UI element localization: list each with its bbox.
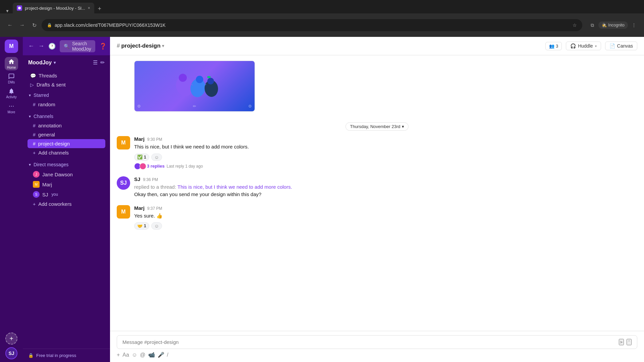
thread-reply-count: 3 replies [147, 164, 165, 169]
workspace-name-btn[interactable]: MoodJoy ▾ [28, 60, 56, 66]
sidebar-item-project-design[interactable]: # project-design [28, 139, 105, 148]
svg-point-2 [179, 74, 187, 82]
random-label: random [38, 102, 55, 107]
star-icon[interactable]: ☆ [573, 22, 577, 28]
menu-btn[interactable]: ⋮ [629, 20, 639, 30]
expand-btn[interactable]: ⌃ [627, 339, 632, 345]
home-icon [8, 58, 15, 65]
format-text-btn[interactable]: Aa [122, 352, 129, 358]
header-forward-btn[interactable]: → [38, 43, 44, 50]
mention-btn[interactable]: @ [140, 352, 145, 358]
workspace-avatar[interactable]: M [5, 40, 18, 53]
user-avatar[interactable]: SJ [5, 347, 17, 359]
add-reaction-btn-2[interactable]: ☺ [151, 222, 162, 230]
sidebar-item-more[interactable]: ··· More [5, 101, 18, 115]
refresh-btn[interactable]: ↻ [30, 20, 39, 30]
image-overlay-center: ✏ [193, 104, 196, 109]
forward-btn[interactable]: → [17, 20, 27, 30]
compose-icon[interactable]: ✏ [100, 59, 105, 66]
add-coworkers-btn[interactable]: + Add coworkers [28, 199, 105, 208]
incognito-label: Incognito [608, 23, 625, 27]
incognito-icon: 🕵️ [602, 23, 607, 27]
browser-tabs: ▼ project-design - MoodJoy - Sl... × + [0, 0, 644, 13]
sidebar-item-home[interactable]: Home [5, 57, 18, 70]
header-history-btn[interactable]: 🕐 [48, 43, 56, 50]
add-reaction-btn[interactable]: ☺ [151, 154, 162, 161]
free-trial-btn[interactable]: 🔒 Free trial in progress [28, 353, 105, 358]
video-btn[interactable]: 📹 [148, 352, 155, 358]
huddle-btn[interactable]: 🎧 Huddle ▾ [566, 42, 601, 50]
date-divider: Thursday, November 23rd ▾ [117, 122, 637, 131]
date-badge[interactable]: Thursday, November 23rd ▾ [345, 122, 408, 131]
filter-icon[interactable]: ☰ [93, 59, 98, 66]
header-back-btn[interactable]: ← [28, 43, 34, 50]
thread-replies-1[interactable]: 3 replies Last reply 1 day ago [134, 163, 637, 170]
replied-thread-link[interactable]: This is nice, but I think we need to add… [177, 184, 292, 190]
sidebar-item-threads[interactable]: 💬 Threads [25, 71, 108, 80]
sidebar-header-icons: ☰ ✏ [93, 59, 105, 66]
date-chevron-icon: ▾ [402, 124, 404, 129]
search-icon: 🔍 [64, 44, 69, 49]
new-tab-btn[interactable]: + [95, 4, 104, 13]
canvas-btn[interactable]: 📄 Canvas [605, 42, 637, 50]
dm-section: ▼ Direct messages J Jane Dawson M Marj S… [23, 159, 110, 210]
sidebar-item-activity[interactable]: Activity [5, 86, 18, 100]
jane-label: Jane Dawson [42, 172, 73, 177]
dm-item-marj[interactable]: M Marj [28, 179, 105, 189]
marj-message-avatar-2: M [117, 205, 130, 219]
project-design-hash-icon: # [33, 141, 36, 146]
message-1-content: Marj 9:30 PM This is nice, but I think w… [134, 136, 637, 170]
icon-bar: M Home DMs Activity ··· More + SJ [0, 37, 23, 362]
send-btn[interactable]: ➤ [619, 339, 624, 345]
channels-section-header[interactable]: ▼ Channels [25, 112, 107, 121]
image-message: ⚙ ✏ ⚙ [117, 61, 637, 117]
members-btn[interactable]: 👥 3 [545, 42, 562, 50]
message-2: SJ SJ 9:36 PM replied to a thread: This … [117, 176, 637, 198]
sidebar-item-general[interactable]: # general [28, 130, 105, 139]
dm-section-header[interactable]: ▼ Direct messages [25, 160, 107, 169]
dm-item-sj[interactable]: S SJ you [28, 189, 105, 199]
message-3-time: 9:37 PM [147, 206, 162, 211]
slash-btn[interactable]: / [167, 352, 168, 358]
add-channels-btn[interactable]: + Add channels [28, 148, 105, 157]
marj-avatar: M [33, 181, 40, 188]
drafts-icon: ▷ [30, 82, 34, 87]
browser-nav: ← → ↻ 🔒 app.slack.com/client/T067MEBPPUY… [0, 13, 644, 37]
image-overlay-left: ⚙ [137, 104, 141, 109]
svg-point-0 [18, 7, 21, 9]
sj-you-badge: you [52, 192, 58, 197]
sidebar-item-dms[interactable]: DMs [5, 72, 18, 85]
members-count: 3 [556, 44, 558, 49]
tab-list-btn[interactable]: ▼ [5, 9, 9, 13]
add-coworkers-icon: + [33, 201, 36, 207]
starred-section-header[interactable]: ▼ Starred [25, 90, 107, 100]
search-bar[interactable]: 🔍 Search MoodJoy [60, 40, 95, 52]
dm-item-jane[interactable]: J Jane Dawson [28, 169, 105, 179]
address-bar[interactable]: 🔒 app.slack.com/client/T067MEBPPUY/C066X… [42, 19, 582, 31]
add-workspace-btn[interactable]: + [5, 333, 17, 345]
sidebar-item-annotation[interactable]: # annotation [28, 121, 105, 130]
emoji-btn[interactable]: ☺ [132, 352, 137, 358]
channels-label: Channels [34, 114, 53, 119]
design-image-preview[interactable]: ⚙ ✏ ⚙ [134, 61, 255, 112]
add-btn[interactable]: + [117, 352, 120, 358]
message-3: M Marj 9:37 PM Yes sure. 👍 🤝 1 ☺ [117, 205, 637, 230]
tab-title: project-design - MoodJoy - Sl... [25, 6, 85, 11]
tab-close-btn[interactable]: × [88, 6, 90, 10]
help-icon[interactable]: ❓ [99, 43, 107, 50]
sidebar-item-random[interactable]: # random [28, 100, 105, 109]
sidebar: ← → 🕐 🔍 Search MoodJoy ❓ MoodJoy ▾ ☰ ✏ 💬 [23, 37, 110, 362]
reaction-checkmark[interactable]: ✅ 1 [134, 154, 149, 161]
free-trial-icon: 🔒 [28, 353, 34, 358]
message-input[interactable] [122, 339, 616, 345]
back-btn[interactable]: ← [5, 20, 15, 30]
channels-section: ▼ Channels # annotation # general # proj… [23, 110, 110, 159]
reaction-handshake[interactable]: 🤝 1 [134, 222, 149, 230]
sidebar-item-drafts[interactable]: ▷ Drafts & sent [25, 80, 108, 89]
sidebar-header: MoodJoy ▾ ☰ ✏ [23, 55, 110, 70]
audio-btn[interactable]: 🎤 [158, 352, 164, 358]
members-icon: 👥 [549, 44, 554, 49]
active-browser-tab[interactable]: project-design - MoodJoy - Sl... × [13, 3, 94, 13]
extensions-btn[interactable]: ⧉ [588, 20, 597, 30]
channel-chevron-icon[interactable]: ▾ [162, 44, 164, 48]
